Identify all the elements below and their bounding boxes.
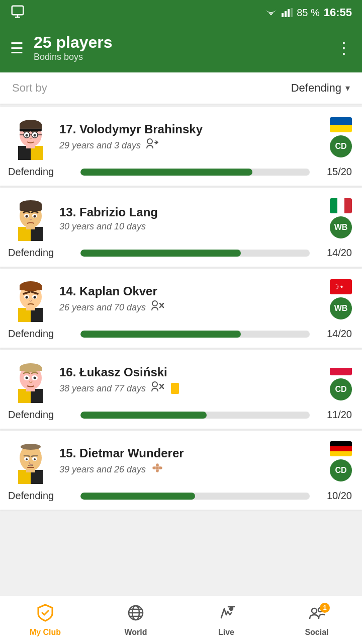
player-flag [330, 198, 352, 213]
stat-bar-fill [80, 331, 241, 338]
player-card[interactable]: 16. Łukasz Osiński 38 years and 77 days [0, 350, 362, 429]
player-name: 17. Volodymyr Brahinsky [59, 122, 330, 136]
svg-point-64 [26, 377, 28, 379]
player-age: 29 years and 3 days [59, 138, 330, 152]
sort-dropdown[interactable]: Defending ▾ [291, 82, 350, 95]
player-list: 17. Volodymyr Brahinsky 29 years and 3 d… [0, 107, 362, 560]
svg-point-24 [147, 139, 152, 144]
svg-point-79 [34, 458, 36, 460]
sort-by-label: Sort by [12, 82, 47, 95]
svg-rect-2 [285, 11, 287, 17]
stat-score: 14/20 [317, 247, 352, 259]
player-right: CD [330, 360, 352, 400]
player-info: 14. Kaplan Okver 26 years and 70 days [53, 284, 330, 314]
player-right: CD [330, 117, 352, 157]
stat-label: Defending [8, 409, 73, 421]
player-stat: Defending 10/20 [8, 490, 352, 502]
player-flag [330, 360, 352, 375]
svg-point-66 [152, 382, 157, 387]
player-top: 17. Volodymyr Brahinsky 29 years and 3 d… [8, 115, 352, 160]
player-card[interactable]: 14. Kaplan Okver 26 years and 70 days ☽ … [0, 269, 362, 348]
app-icon [10, 4, 25, 21]
player-right: CD [330, 441, 352, 481]
svg-rect-61 [20, 367, 42, 371]
stat-label: Defending [8, 166, 73, 178]
svg-point-49 [26, 296, 28, 299]
player-card[interactable]: 15. Dietmar Wunderer 39 years and 26 day… [0, 431, 362, 510]
svg-rect-46 [20, 285, 42, 290]
player-stat: Defending 14/20 [8, 247, 352, 259]
svg-point-90 [230, 607, 233, 610]
svg-point-37 [26, 215, 28, 218]
nav-label-my-club: My Club [30, 628, 61, 637]
player-stat: Defending 15/20 [8, 166, 352, 178]
stat-bar-background [80, 493, 310, 500]
nav-item-my-club[interactable]: My Club [0, 596, 90, 644]
player-top: 13. Fabrizio Lang 30 years and 10 days W… [8, 196, 352, 241]
player-name: 15. Dietmar Wunderer [59, 446, 330, 460]
stat-label: Defending [8, 328, 73, 340]
stat-bar-background [80, 412, 310, 419]
menu-button[interactable]: ☰ [10, 39, 24, 57]
not-in-lineup-icon [151, 381, 164, 395]
player-info: 15. Dietmar Wunderer 39 years and 26 day… [53, 446, 330, 476]
player-age: 39 years and 26 days [59, 462, 330, 476]
stat-bar-fill [80, 169, 252, 176]
player-avatar [8, 196, 53, 241]
status-bar: 85 % 16:55 [0, 0, 362, 25]
sort-current-value: Defending [291, 82, 341, 95]
svg-point-65 [34, 377, 36, 379]
my-club-icon [36, 604, 54, 626]
nav-item-social[interactable]: 1 Social [272, 596, 362, 644]
player-card[interactable]: 17. Volodymyr Brahinsky 29 years and 3 d… [0, 107, 362, 186]
position-badge: CD [330, 459, 352, 481]
page-title: 25 players [34, 33, 113, 52]
social-icon: 1 [308, 604, 326, 626]
more-options-button[interactable]: ⋮ [336, 38, 352, 57]
stat-label: Defending [8, 490, 73, 502]
injury-icon [151, 462, 164, 476]
player-right: WB [330, 198, 352, 238]
player-flag: ☽ ★ [330, 279, 352, 294]
status-time: 16:55 [324, 6, 352, 19]
player-name: 14. Kaplan Okver [59, 284, 330, 298]
player-card[interactable]: 13. Fabrizio Lang 30 years and 10 days W… [0, 188, 362, 267]
nav-label-social: Social [305, 628, 328, 637]
svg-point-50 [34, 296, 36, 299]
team-name: Bodins boys [34, 52, 113, 62]
player-right: ☽ ★ WB [330, 279, 352, 319]
not-in-lineup-icon [151, 300, 164, 314]
nav-label-world: World [124, 628, 147, 637]
svg-point-51 [152, 301, 157, 306]
svg-rect-4 [291, 8, 293, 17]
player-avatar [8, 439, 53, 484]
stat-bar-fill [80, 250, 241, 257]
player-avatar [8, 358, 53, 403]
svg-point-78 [26, 458, 28, 460]
nav-item-world[interactable]: World [90, 596, 181, 644]
stat-label: Defending [8, 247, 73, 259]
yellow-card-icon [171, 383, 179, 394]
svg-point-32 [20, 200, 42, 208]
live-icon [217, 604, 235, 626]
player-info: 13. Fabrizio Lang 30 years and 10 days [53, 205, 330, 232]
stat-bar-background [80, 331, 310, 338]
sort-bar: Sort by Defending ▾ [0, 72, 362, 104]
player-info: 17. Volodymyr Brahinsky 29 years and 3 d… [53, 122, 330, 152]
social-badge: 1 [320, 603, 330, 613]
player-name: 16. Łukasz Osiński [59, 365, 330, 379]
nav-item-live[interactable]: Live [181, 596, 272, 644]
stat-score: 11/20 [317, 409, 352, 421]
player-top: 15. Dietmar Wunderer 39 years and 26 day… [8, 439, 352, 484]
stat-bar-fill [80, 493, 195, 500]
player-age: 38 years and 77 days [59, 381, 330, 395]
stat-score: 14/20 [317, 328, 352, 340]
svg-point-16 [34, 134, 36, 137]
svg-point-92 [312, 608, 317, 613]
player-name: 13. Fabrizio Lang [59, 205, 330, 219]
nav-label-live: Live [218, 628, 234, 637]
battery-text: 85 % [297, 7, 320, 19]
bottom-navigation: My Club World Live [0, 596, 362, 644]
stat-score: 10/20 [317, 490, 352, 502]
svg-rect-0 [12, 6, 24, 15]
